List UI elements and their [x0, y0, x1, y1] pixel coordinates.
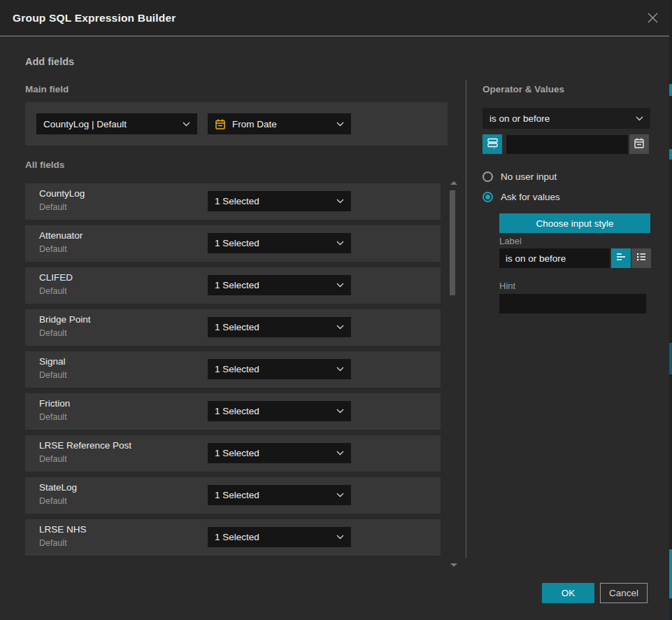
field-values-dropdown[interactable]: 1 Selected [208, 275, 351, 295]
field-row-text: LRSE Reference Post Default [39, 440, 131, 464]
radio-selected-icon [482, 192, 493, 202]
field-row: Attenuator Default 1 Selected [25, 225, 441, 262]
field-name: CountyLog [39, 188, 85, 199]
background-app-edge [669, 0, 672, 620]
field-type-label: Default [39, 202, 85, 212]
field-row: StateLog Default 1 Selected [25, 477, 441, 514]
chevron-down-icon [336, 409, 344, 414]
background-app-edge-segment [669, 343, 672, 374]
hint-input[interactable] [499, 294, 646, 313]
background-app-edge-segment [669, 84, 672, 96]
scrollbar-thumb[interactable] [450, 190, 455, 295]
field-type-label: Default [39, 454, 131, 464]
operator-dropdown[interactable]: is on or before [482, 108, 650, 129]
list-scrollbar[interactable] [448, 180, 459, 569]
field-values-dropdown[interactable]: 1 Selected [208, 485, 351, 505]
value-date-input[interactable] [506, 135, 628, 154]
main-field-heading: Main field [25, 84, 69, 94]
field-name: Friction [39, 398, 70, 409]
panel-divider [466, 80, 466, 558]
field-name: LRSE Reference Post [39, 440, 131, 451]
close-icon[interactable] [645, 11, 659, 25]
scrollbar-up-arrow-icon[interactable] [450, 181, 457, 185]
chevron-down-icon [336, 535, 344, 540]
chevron-down-icon [183, 122, 190, 127]
background-app-edge-segment [669, 598, 672, 620]
field-row-text: Friction Default [39, 398, 70, 422]
main-field-dropdown[interactable]: From Date [208, 113, 351, 134]
unique-values-button[interactable] [482, 134, 502, 154]
field-name: CLIFED [39, 272, 73, 283]
list-input-style-button[interactable] [631, 248, 651, 268]
field-name: StateLog [39, 482, 77, 493]
calendar-icon [634, 137, 645, 152]
date-field-calendar-icon [215, 118, 226, 130]
field-type-label: Default [39, 328, 91, 338]
field-name: Attenuator [39, 230, 83, 241]
field-values-dropdown-value: 1 Selected [215, 196, 331, 206]
cancel-button[interactable]: Cancel [600, 583, 648, 603]
chevron-down-icon [336, 283, 344, 288]
unique-values-icon [487, 137, 499, 152]
field-row-text: LRSE NHS Default [39, 524, 87, 548]
text-input-style-icon [615, 252, 627, 265]
background-app-edge-segment [669, 149, 672, 160]
main-field-dropdown-value: From Date [232, 119, 331, 129]
field-values-dropdown[interactable]: 1 Selected [208, 401, 351, 421]
field-name: Bridge Point [39, 314, 91, 325]
field-row: CountyLog Default 1 Selected [25, 183, 441, 220]
choose-input-style-button[interactable]: Choose input style [499, 213, 650, 233]
field-values-dropdown-value: 1 Selected [215, 238, 331, 248]
field-values-dropdown-value: 1 Selected [215, 406, 331, 416]
field-values-dropdown-value: 1 Selected [215, 364, 331, 374]
scrollbar-down-arrow-icon[interactable] [450, 563, 457, 567]
field-row: LRSE Reference Post Default 1 Selected [25, 435, 441, 472]
field-values-dropdown[interactable]: 1 Selected [208, 233, 351, 253]
field-values-dropdown[interactable]: 1 Selected [208, 443, 351, 463]
field-values-dropdown-value: 1 Selected [215, 490, 331, 500]
label-caption: Label [499, 236, 522, 246]
add-fields-heading: Add fields [25, 56, 74, 67]
radio-ask-for-values[interactable]: Ask for values [482, 192, 560, 202]
field-row-text: Signal Default [39, 356, 67, 380]
field-values-dropdown[interactable]: 1 Selected [208, 359, 351, 379]
field-values-dropdown-value: 1 Selected [215, 448, 331, 458]
list-input-style-icon [636, 252, 647, 265]
radio-no-user-input[interactable]: No user input [482, 171, 557, 182]
radio-ask-for-values-label: Ask for values [501, 192, 560, 202]
background-app-edge-segment [669, 549, 672, 598]
layer-source-dropdown-value: CountyLog | Default [43, 119, 177, 129]
chevron-down-icon [336, 367, 344, 372]
date-picker-button[interactable] [629, 134, 649, 154]
field-type-label: Default [39, 244, 83, 254]
field-row: LRSE NHS Default 1 Selected [25, 519, 441, 556]
field-values-dropdown[interactable]: 1 Selected [208, 317, 351, 337]
field-row-text: StateLog Default [39, 482, 77, 506]
chevron-down-icon [336, 241, 344, 246]
field-values-dropdown-value: 1 Selected [215, 532, 331, 542]
layer-source-dropdown[interactable]: CountyLog | Default [36, 113, 197, 134]
all-fields-list: CountyLog Default 1 Selected Attenuator … [25, 183, 441, 556]
ok-button[interactable]: OK [542, 583, 594, 603]
dialog-title: Group SQL Expression Builder [13, 12, 176, 24]
chevron-down-icon [336, 122, 344, 127]
field-row-text: CLIFED Default [39, 272, 73, 296]
field-name: Signal [39, 356, 67, 367]
radio-unselected-icon [482, 171, 493, 182]
field-values-dropdown[interactable]: 1 Selected [208, 527, 351, 547]
group-sql-expression-builder-dialog: Group SQL Expression Builder Add fields … [0, 0, 672, 620]
text-input-style-button[interactable] [611, 248, 631, 268]
radio-no-user-input-label: No user input [501, 171, 557, 182]
all-fields-heading: All fields [25, 160, 64, 170]
field-row: Friction Default 1 Selected [25, 393, 441, 430]
field-row: Bridge Point Default 1 Selected [25, 309, 441, 346]
dialog-titlebar: Group SQL Expression Builder [0, 0, 672, 36]
field-type-label: Default [39, 496, 77, 506]
field-values-dropdown[interactable]: 1 Selected [208, 191, 351, 211]
field-type-label: Default [39, 412, 70, 422]
chevron-down-icon [336, 493, 344, 498]
field-type-label: Default [39, 370, 67, 380]
chevron-down-icon [336, 199, 344, 204]
hint-caption: Hint [499, 281, 515, 291]
label-input[interactable] [499, 248, 610, 268]
